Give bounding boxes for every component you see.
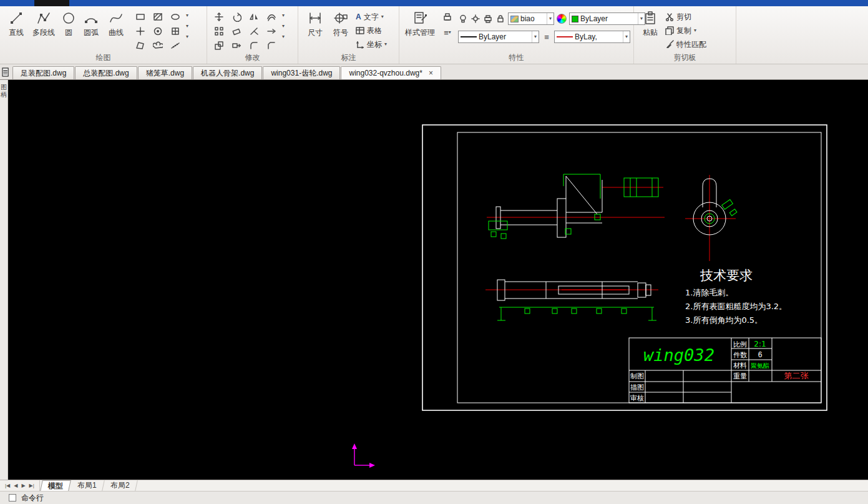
- ribbon-group-clipboard: 粘贴 剪切 复制 ▾ 特性匹配 剪切板: [634, 6, 736, 64]
- polyline-label: 多段线: [32, 29, 55, 37]
- material-label: 材料: [733, 362, 747, 370]
- coordinate-icon: [356, 40, 364, 49]
- mirror-tool-button[interactable]: [246, 10, 262, 24]
- layer-controls-row: biao ▾ ByLayer ▾: [458, 12, 645, 25]
- rectangle-tool-button[interactable]: [132, 10, 149, 24]
- extend-icon: [266, 26, 276, 36]
- doc-tab-4[interactable]: 机器人骨架.dwg: [193, 66, 262, 79]
- copy-button[interactable]: 复制 ▾: [665, 24, 706, 37]
- polyline-button[interactable]: 多段线: [29, 8, 59, 37]
- ellipse-tool-button[interactable]: [167, 10, 183, 24]
- flyout-arrow-icon[interactable]: ▾: [282, 24, 285, 29]
- flyout-arrow-icon[interactable]: ▾: [186, 34, 188, 39]
- sheet-set-icon[interactable]: [2, 67, 10, 77]
- tech-req-note-1: 1.清除毛刺。: [685, 288, 733, 297]
- point-tool-button[interactable]: [132, 24, 149, 38]
- side-tool-strip[interactable]: 图 柄: [0, 80, 8, 480]
- flyout-arrow-icon[interactable]: ▾: [282, 34, 285, 39]
- circle-button[interactable]: 圆: [59, 8, 79, 37]
- scale-tool-button[interactable]: [211, 39, 227, 52]
- last-layout-icon[interactable]: ▶|: [29, 483, 34, 488]
- fillet-tool-button[interactable]: [246, 39, 262, 52]
- flyout-arrow-icon[interactable]: ▾: [282, 13, 285, 18]
- tab-layout2[interactable]: 布局2: [104, 480, 138, 491]
- tab-layout1[interactable]: 布局1: [70, 480, 104, 491]
- style-manager-button[interactable]: 样式管理: [403, 8, 437, 37]
- circle-label: 圆: [65, 29, 72, 37]
- list-icon: ≡: [444, 29, 449, 37]
- doc-tab-6-active[interactable]: wing032-qvzhou.dwg* ×: [341, 66, 441, 79]
- arc-icon: [84, 11, 99, 26]
- table-label: 表格: [367, 26, 382, 36]
- doc-tab-5[interactable]: wing031-齿轮.dwg: [263, 66, 340, 79]
- line-list-button[interactable]: ≡▾: [439, 26, 456, 39]
- move-tool-button[interactable]: [211, 10, 227, 24]
- offset-tool-button[interactable]: [263, 10, 280, 24]
- rotate-tool-button[interactable]: [228, 10, 245, 24]
- erase-tool-button[interactable]: [228, 24, 245, 38]
- lineweight-list-icon[interactable]: ≡: [542, 32, 552, 42]
- trim-tool-button[interactable]: [246, 24, 262, 38]
- paste-label: 粘贴: [643, 29, 658, 37]
- model-space-canvas[interactable]: 技术要求 1.清除毛刺。 2.所有表面粗糙度均为3.2。 3.所有倒角均为0.5…: [8, 80, 868, 480]
- chamfer-tool-button[interactable]: [263, 39, 280, 52]
- coordinate-button[interactable]: 坐标 ▾: [356, 38, 387, 51]
- layer-lock-icon[interactable]: [495, 14, 505, 24]
- line-button[interactable]: 直线: [4, 8, 29, 37]
- weight-label: 重量: [733, 372, 747, 380]
- doc-tab-3[interactable]: 猪笼草.dwg: [138, 66, 192, 79]
- doc-tab-2[interactable]: 总装配图.dwg: [75, 66, 137, 79]
- color-wheel-icon[interactable]: [557, 14, 567, 24]
- prev-layout-icon[interactable]: ◀: [14, 483, 17, 488]
- layer-brightness-icon[interactable]: [471, 14, 480, 24]
- block-tool-button[interactable]: [167, 24, 183, 38]
- plot-style-button[interactable]: [439, 11, 456, 24]
- command-line-bar[interactable]: 命令行: [0, 491, 868, 504]
- linetype-combo[interactable]: ByLayer ▾: [458, 31, 539, 43]
- symbol-button[interactable]: 符号: [328, 8, 353, 37]
- layer-on-bulb-icon[interactable]: [458, 14, 468, 24]
- linetype-controls-row: ByLayer ▾ ≡ ByLay, ▾: [458, 31, 645, 43]
- tab-model[interactable]: 模型: [40, 480, 71, 491]
- divide-icon: [170, 41, 180, 51]
- scale-value: 2:1: [754, 340, 766, 348]
- table-button[interactable]: 表格: [356, 24, 387, 37]
- paste-button[interactable]: 粘贴: [638, 8, 663, 37]
- stretch-tool-button[interactable]: [228, 39, 245, 52]
- material-value: 聚氨酯: [751, 362, 769, 369]
- flyout-arrow-icon[interactable]: ▾: [186, 13, 188, 18]
- app-menu-tab[interactable]: [34, 0, 69, 6]
- modify-small-tools: [211, 8, 281, 53]
- donut-tool-button[interactable]: [150, 24, 166, 38]
- revision-cloud-tool-button[interactable]: [150, 39, 166, 52]
- dimension-button[interactable]: 尺寸: [302, 8, 328, 37]
- text-icon: A: [356, 12, 361, 21]
- match-properties-button[interactable]: 特性匹配: [665, 38, 706, 51]
- line-label: 直线: [9, 29, 24, 37]
- arc-button[interactable]: 圆弧: [79, 8, 104, 37]
- offset-icon: [266, 12, 276, 22]
- lineweight-combo[interactable]: ByLay, ▾: [554, 31, 630, 43]
- next-layout-icon[interactable]: ▶: [21, 483, 25, 488]
- spline-label: 曲线: [109, 29, 124, 37]
- spline-button[interactable]: 曲线: [104, 8, 129, 37]
- dropdown-arrow-icon: ▾: [384, 42, 387, 47]
- region-tool-button[interactable]: [132, 39, 149, 52]
- tech-req-note-3: 3.所有倒角均为0.5。: [685, 315, 763, 325]
- layer-plot-icon[interactable]: [483, 14, 493, 24]
- tab-close-icon[interactable]: ×: [429, 69, 433, 77]
- extend-tool-button[interactable]: [263, 24, 280, 38]
- first-layout-icon[interactable]: |◀: [5, 483, 10, 488]
- title-bar: [0, 0, 868, 6]
- hatch-tool-button[interactable]: [150, 10, 166, 24]
- divide-tool-button[interactable]: [167, 39, 183, 52]
- color-combo[interactable]: biao ▾: [508, 12, 554, 25]
- flyout-arrow-icon[interactable]: ▾: [186, 24, 188, 29]
- spline-icon: [109, 11, 124, 26]
- ribbon: 直线 多段线 圆 圆弧 曲线: [0, 6, 868, 64]
- doc-tab-1[interactable]: 足装配图.dwg: [12, 66, 74, 79]
- text-button[interactable]: A 文字 ▾: [356, 11, 387, 23]
- cut-button[interactable]: 剪切: [665, 11, 706, 23]
- array-tool-button[interactable]: [211, 24, 227, 38]
- copy-icon: [665, 26, 674, 35]
